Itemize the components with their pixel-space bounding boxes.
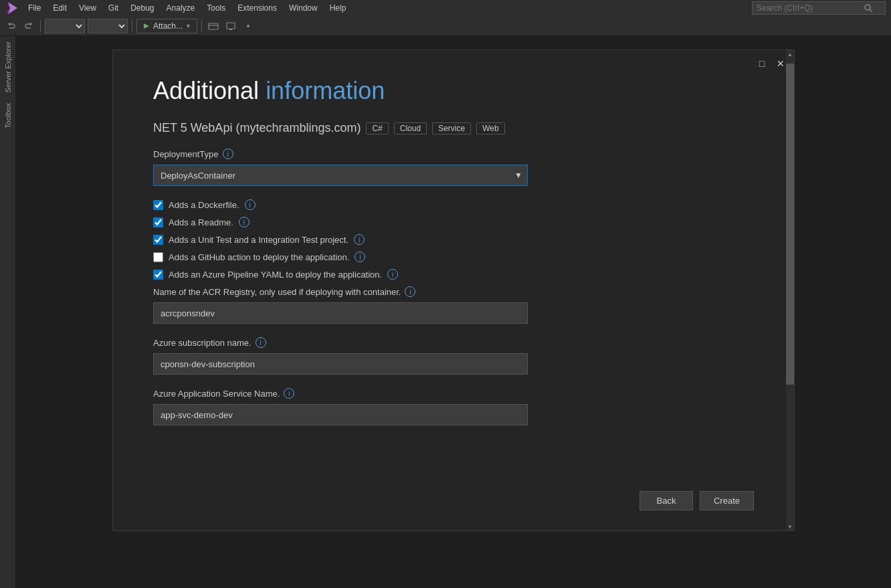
checkbox-unittest-label: Adds a Unit Test and a Integration Test … (169, 235, 349, 245)
menu-git[interactable]: Git (103, 2, 124, 14)
create-button[interactable]: Create (700, 491, 754, 510)
acr-registry-info-icon[interactable]: i (405, 286, 415, 297)
deployment-type-label: DeploymentType (153, 149, 219, 159)
svg-marker-1 (8, 2, 17, 14)
toolbar-sep-1 (40, 20, 41, 32)
checkbox-dockerfile: Adds a Dockerfile. i (153, 199, 754, 210)
menu-tools[interactable]: Tools (201, 2, 231, 14)
deployment-type-section: DeploymentType i (153, 149, 754, 159)
checkbox-github-input[interactable] (153, 252, 163, 262)
checkbox-readme-input[interactable] (153, 217, 163, 227)
app-service-field-group: Azure Application Service Name. i (153, 388, 754, 428)
menu-window[interactable]: Window (284, 2, 323, 14)
menu-view[interactable]: View (74, 2, 102, 14)
dialog-title-text1: Additional (153, 77, 266, 104)
maximize-button[interactable]: □ (754, 56, 770, 72)
svg-rect-6 (227, 23, 235, 29)
dialog-title-text2: information (266, 77, 385, 104)
tag-cloud: Cloud (394, 122, 427, 134)
toolbar: Attach... ▼ (0, 16, 891, 36)
svg-rect-5 (209, 23, 218, 29)
scrollbar-track[interactable]: ▲ ▼ (786, 50, 794, 530)
attach-dropdown-arrow[interactable]: ▼ (185, 23, 191, 29)
acr-field-group: Name of the ACR Registry, only used if d… (153, 286, 754, 326)
checkbox-dockerfile-input[interactable] (153, 200, 163, 210)
search-input[interactable] (757, 3, 864, 13)
dialog-title: Additional information (153, 77, 754, 105)
checkbox-readme-label: Adds a Readme. (169, 217, 233, 227)
menu-help[interactable]: Help (324, 2, 352, 14)
dialog-footer: Back Create (639, 491, 754, 510)
config-dropdown[interactable] (45, 19, 85, 33)
scroll-down-button[interactable]: ▼ (786, 522, 794, 530)
tag-web: Web (476, 122, 504, 134)
sidebar-left: Server Explorer Toolbox (0, 36, 16, 588)
attach-button[interactable]: Attach... ▼ (136, 19, 197, 33)
sidebar-tab-server-explorer[interactable]: Server Explorer (3, 36, 13, 98)
checkbox-azure-pipeline-label: Adds an Azure Pipeline YAML to deploy th… (169, 270, 382, 280)
main-content: □ ✕ Additional information NET 5 WebApi … (16, 36, 891, 588)
menu-analyze[interactable]: Analyze (161, 2, 201, 14)
checkbox-azure-pipeline: Adds an Azure Pipeline YAML to deploy th… (153, 269, 754, 280)
tag-csharp: C# (366, 122, 388, 134)
menu-file[interactable]: File (23, 2, 46, 14)
checkbox-readme: Adds a Readme. i (153, 217, 754, 227)
app-layout: Server Explorer Toolbox □ ✕ Additional i… (0, 36, 891, 588)
svg-line-3 (870, 10, 873, 13)
redo-btn[interactable] (21, 19, 36, 33)
menu-edit[interactable]: Edit (47, 2, 72, 14)
sidebar-tab-toolbox[interactable]: Toolbox (3, 98, 13, 134)
tag-service: Service (432, 122, 471, 134)
scrollbar-thumb[interactable] (786, 64, 794, 385)
subscription-info-icon[interactable]: i (256, 337, 266, 348)
template-name-label: NET 5 WebApi (mytechramblings.com) (153, 121, 361, 135)
checkbox-dockerfile-info[interactable]: i (245, 199, 256, 210)
subscription-label: Azure subscription name. (153, 338, 252, 348)
menu-extensions[interactable]: Extensions (232, 2, 282, 14)
app-service-section: Azure Application Service Name. i (153, 388, 754, 399)
global-search[interactable] (752, 1, 886, 15)
checkbox-dockerfile-label: Adds a Dockerfile. (169, 200, 239, 210)
subscription-section: Azure subscription name. i (153, 337, 754, 348)
checkbox-unittest: Adds a Unit Test and a Integration Test … (153, 234, 754, 245)
checkbox-github-info[interactable]: i (355, 252, 365, 262)
acr-registry-label: Name of the ACR Registry, only used if d… (153, 287, 401, 297)
svg-point-2 (865, 5, 870, 10)
svg-rect-7 (229, 29, 232, 30)
subscription-field-group: Azure subscription name. i (153, 337, 754, 377)
app-service-label: Azure Application Service Name. (153, 389, 280, 399)
attach-label: Attach... (153, 21, 183, 31)
menu-debug[interactable]: Debug (125, 2, 159, 14)
subscription-input[interactable] (153, 353, 528, 375)
deployment-type-info-icon[interactable]: i (223, 149, 233, 159)
toolbar-sep-2 (132, 20, 132, 32)
browse-btn[interactable] (206, 19, 221, 33)
checkbox-unittest-input[interactable] (153, 235, 163, 245)
svg-point-8 (247, 25, 250, 27)
menubar: File Edit View Git Debug Analyze Tools E… (0, 0, 891, 16)
vs-logo (5, 2, 17, 14)
checkbox-azure-pipeline-info[interactable]: i (387, 269, 398, 280)
device-btn[interactable] (223, 19, 238, 33)
svg-marker-4 (144, 23, 149, 29)
dialog-titlebar: □ ✕ (754, 56, 789, 72)
checkbox-github-label: Adds a GitHub action to deploy the appli… (169, 252, 349, 262)
checkbox-unittest-info[interactable]: i (354, 234, 365, 245)
toolbar-sep-3 (201, 20, 202, 32)
platform-dropdown[interactable] (88, 19, 128, 33)
acr-registry-input[interactable] (153, 302, 528, 324)
checkbox-readme-info[interactable]: i (239, 217, 250, 227)
extra-btn[interactable] (241, 19, 256, 33)
deployment-type-select[interactable]: DeployAsContainer (153, 165, 528, 186)
app-service-input[interactable] (153, 404, 528, 425)
scroll-up-button[interactable]: ▲ (786, 50, 794, 58)
app-service-info-icon[interactable]: i (284, 388, 294, 399)
template-name-row: NET 5 WebApi (mytechramblings.com) C# Cl… (153, 121, 754, 135)
back-button[interactable]: Back (639, 491, 693, 510)
acr-registry-section: Name of the ACR Registry, only used if d… (153, 286, 754, 297)
dialog: □ ✕ Additional information NET 5 WebApi … (112, 50, 795, 531)
checkbox-github: Adds a GitHub action to deploy the appli… (153, 252, 754, 262)
undo-btn[interactable] (4, 19, 19, 33)
checkbox-azure-pipeline-input[interactable] (153, 270, 163, 280)
deployment-type-dropdown-container: DeployAsContainer ▼ (153, 165, 754, 186)
